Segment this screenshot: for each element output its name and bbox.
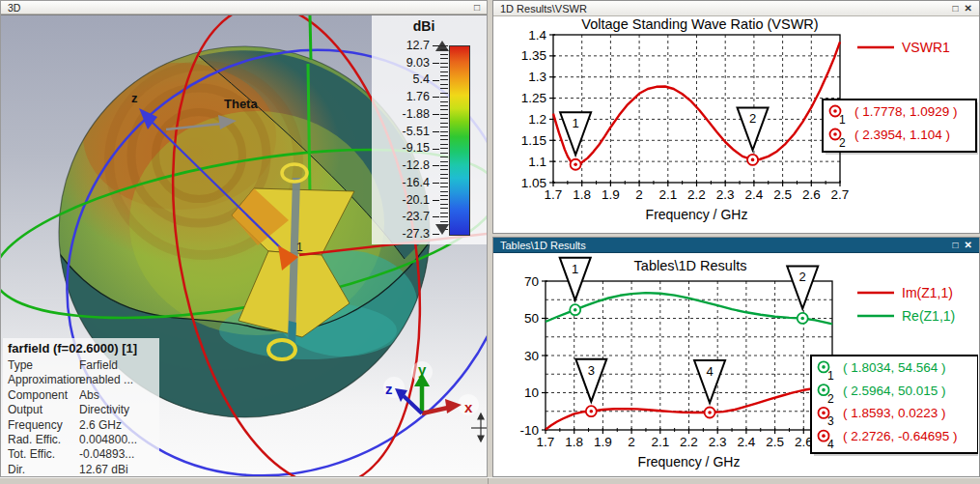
chart-text: 2.6 [795,435,813,449]
marker-box-number: 1 [827,369,834,383]
colorbar-tick: 1.76 [372,90,439,103]
chart-text: 2.4 [738,435,756,449]
vswr-plot-area: 1.71.81.922.12.22.32.42.52.62.71.41.351.… [494,16,978,232]
colorbar-minor-ticks [440,45,448,234]
chart-text: 1.3 [528,70,546,84]
chart-text: 1.9 [594,435,612,449]
marker-point-dot [708,411,712,414]
colorbar-tick-labels: 12.79.035.41.76-1.88-5.51-9.15-12.8-16.4… [372,45,439,234]
colorbar-tick: 9.03 [372,56,439,70]
close-button[interactable]: ✕ [962,241,975,250]
chart-text: 2.3 [716,187,735,202]
theta-label: Theta [224,97,258,111]
triad-y-label: y [418,361,427,378]
marker-box-value: ( 2.2726, -0.64695 ) [843,429,958,443]
chart-text: 1.2 [528,112,546,127]
chart-text: 1.7 [545,187,563,202]
tables-window: Tables\1D Results □ ✕ 1.71.81.922.12.22.… [492,237,980,477]
maximize-button[interactable]: □ [950,241,962,250]
marker-box-value: ( 1.8593, 0.0223 ) [843,406,946,420]
colorbar-tick: -27.3 [372,227,439,241]
maximize-button[interactable]: □ [471,3,483,13]
vswr-chart[interactable]: 1.71.81.922.12.22.32.42.52.62.71.41.351.… [494,16,978,232]
chart-text: 2.7 [831,187,850,202]
plot-title: Tables\1D Results [634,258,747,273]
farfield-info-overlay: farfield (f=02.6000) [1] TypeFarfieldApp… [3,338,159,476]
chart-text: 2.2 [687,187,706,202]
plot-title: Voltage Standing Wave Ratio (VSWR) [581,16,818,32]
marker-point-dot [574,162,577,166]
marker-box-value: ( 2.3954, 1.104 ) [854,128,950,142]
farfield-info-row: Approximationenabled ... [8,373,159,387]
3d-window: 3D □ [0,0,488,477]
colorbar-title: dBi [372,15,476,34]
chart-text: 1.8 [565,435,583,449]
maximize-button[interactable]: □ [950,4,962,14]
colorbar-tick: -23.7 [372,210,439,223]
legend-label: Im(Z1,1) [902,285,953,300]
triad-x-label: x [464,399,473,415]
tables-window-title: Tables\1D Results [500,240,586,251]
colorbar-tick: 5.4 [372,72,439,86]
marker-box-number: 4 [827,438,834,451]
marker-point-dot [751,158,755,162]
chart-text: 1.8 [573,187,591,202]
series-curve [546,293,832,324]
3d-viewport[interactable]: 1 z Theta [1,14,487,476]
legend-label: Re(Z1,1) [902,308,955,324]
farfield-info-title: farfield (f=02.6000) [1] [8,341,159,356]
chart-text: 10 [524,385,539,400]
chart-text: 2 [635,187,643,202]
colorbar-tick: -5.51 [372,125,439,138]
chart-text: 1.4 [528,28,546,43]
chart-text: 1.25 [521,91,546,105]
colorbar-tick: 12.7 [372,39,439,52]
status-bar [0,477,980,484]
chart-text: 1.7 [537,435,555,449]
marker-box-number: 2 [827,392,834,406]
marker-triangle-number: 2 [799,270,806,284]
tables-window-titlebar[interactable]: Tables\1D Results □ ✕ [493,238,979,253]
port-label: 1 [296,241,303,254]
compass-icon [471,413,487,441]
chart-text: 2.5 [766,435,784,449]
chart-text: 1.35 [521,48,546,63]
colorbar-tick: -1.88 [372,107,439,121]
triad-z-label: z [385,381,393,397]
vswr-window-titlebar[interactable]: 1D Results\VSWR □ ✕ [493,1,979,16]
farfield-info-row: Dir.12.67 dBi [8,463,159,476]
legend-label: VSWR1 [902,40,950,55]
farfield-info-row: ComponentAbs [8,388,159,403]
marker-triangle-number: 1 [572,116,578,130]
chart-text: 50 [524,311,539,326]
farfield-info-row: Frequency2.6 GHz [8,418,159,433]
marker-triangle-number: 2 [749,111,756,126]
chart-text: 2.5 [773,187,792,202]
3d-window-titlebar[interactable]: 3D □ [1,1,487,14]
close-button[interactable]: ✕ [962,4,975,14]
chart-text: 1.9 [602,187,620,202]
colorbar-tick: -16.4 [372,176,439,189]
colorbar-overlay[interactable]: dBi 12.79.035.41.76-1.88-5.51-9.15-12.8-… [372,15,487,244]
3d-window-title: 3D [8,2,20,14]
farfield-info-rows: TypeFarfieldApproximationenabled ...Comp… [8,358,159,476]
tables-chart[interactable]: 1.71.81.922.12.22.32.42.52.62.770503010-… [494,254,978,475]
marker-box-value: ( 1.7778, 1.0929 ) [854,104,958,119]
colorbar-tick: -20.1 [372,193,439,207]
colorbar-down-arrow-icon [435,224,449,235]
marker-point-dot [590,410,594,413]
farfield-info-row: OutputDirectivity [8,403,159,417]
marker-box-number: 2 [839,136,846,150]
chart-text: 30 [524,349,539,363]
marker-box-number: 3 [827,414,834,428]
marker-box-number: 1 [839,113,846,127]
marker-triangle-number: 1 [572,262,578,276]
marker-point-dot [574,308,577,312]
chart-text: 1.15 [521,133,546,148]
colorbar-tick: -12.8 [372,158,439,172]
vswr-window-title: 1D Results\VSWR [500,3,587,14]
x-axis-label: Frequency / GHz [638,454,741,470]
farfield-info-row: TypeFarfield [8,358,159,373]
tables-plot-area: 1.71.81.922.12.22.32.42.52.62.770503010-… [494,254,978,475]
marker-triangle-number: 3 [588,363,595,378]
